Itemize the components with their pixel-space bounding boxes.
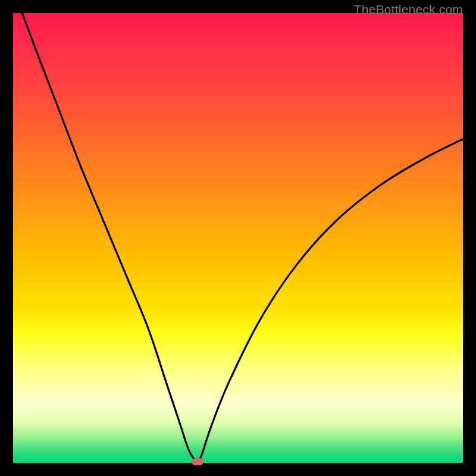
minimum-marker — [192, 458, 203, 465]
chart-plot-area — [13, 13, 463, 463]
watermark-text: TheBottleneck.com — [354, 2, 463, 17]
